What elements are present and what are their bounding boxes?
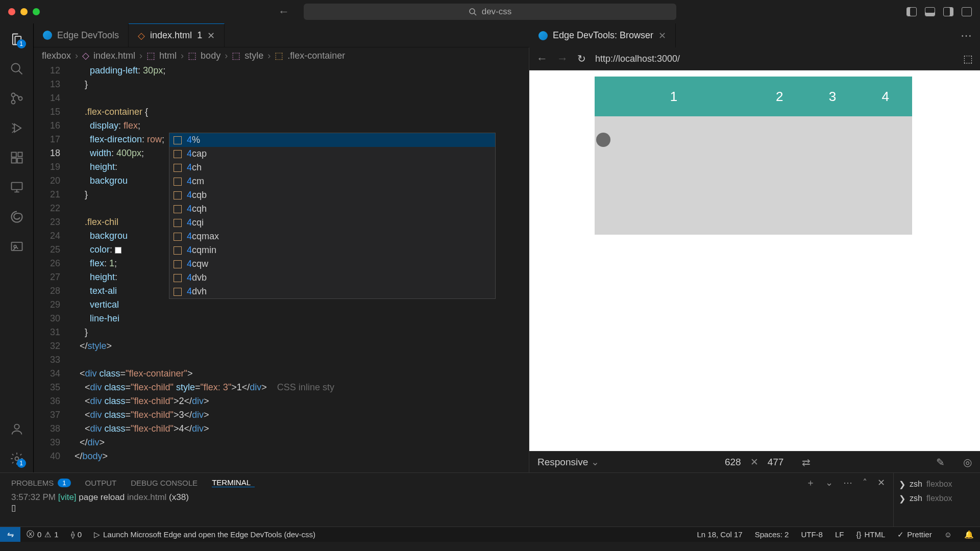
suggest-item[interactable]: 4cqmin [169,243,495,257]
value-icon [174,178,182,186]
html-file-icon: ◇ [138,30,145,41]
debug-icon[interactable] [9,120,24,136]
notifications-icon[interactable]: 🔔 [958,530,980,539]
terminal-content[interactable]: 3:57:32 PM [vite] page reload index.html… [0,492,893,527]
browser-viewport[interactable]: 1 2 3 4 [529,70,980,451]
feedback-icon[interactable]: ☺ [938,530,958,539]
edge-tools-icon[interactable] [9,209,24,224]
extensions-icon[interactable] [9,150,24,165]
eol[interactable]: LF [829,530,850,539]
panel-right-icon[interactable] [943,7,953,16]
suggest-item[interactable]: 4cqb [169,188,495,202]
customize-layout-icon[interactable] [962,7,972,16]
back-icon[interactable]: ← [278,5,289,18]
status-ports[interactable]: ⟠0 [65,530,88,539]
inspect-icon[interactable]: ⬚ [963,53,973,65]
html-icon: ◇ [82,50,89,61]
suggest-item[interactable]: 4cm [169,174,495,188]
panel-tab-problems[interactable]: PROBLEMS1 [11,479,71,487]
panel-bottom-icon[interactable] [925,7,935,16]
breadcrumb[interactable]: flexbox› ◇index.html› ⬚html› ⬚body› ⬚sty… [34,47,529,64]
minimize-window-icon[interactable] [20,8,28,15]
demo-cell: 1 [595,77,753,116]
live-preview-icon[interactable] [9,239,24,254]
suggest-item[interactable]: 4cqmax [169,230,495,243]
code-editor[interactable]: flexbox› ◇index.html› ⬚html› ⬚body› ⬚sty… [34,47,529,472]
value-icon [174,219,182,227]
code-content[interactable]: padding-left: 30px; } .flex-container { … [69,64,529,472]
bc-selector[interactable]: .flex-container [287,51,345,61]
terminal-entry[interactable]: ❯zshflexbox [899,491,975,506]
remote-button[interactable]: ⇋ [0,527,20,542]
tab-edge-devtools[interactable]: Edge DevTools [34,23,129,47]
source-control-icon[interactable] [9,91,24,106]
panel-tab-debug[interactable]: DEBUG CONSOLE [131,479,198,487]
launch-hint[interactable]: ▷Launch Microsoft Edge and open the Edge… [88,530,322,539]
language-mode[interactable]: {}HTML [850,530,891,539]
tab-browser[interactable]: Edge DevTools: Browser ✕ [529,23,676,47]
remote-explorer-icon[interactable] [9,180,24,195]
suggest-item[interactable]: 4cqi [169,216,495,230]
account-icon[interactable] [9,421,24,437]
close-icon[interactable]: ✕ [207,30,215,41]
suggest-item[interactable]: 4dvb [169,271,495,285]
suggest-item[interactable]: 4cap [169,147,495,161]
viewport-height[interactable]: 477 [768,457,784,468]
panel-tab-terminal[interactable]: TERMINAL [212,478,255,487]
svg-point-2 [11,64,19,72]
responsive-dropdown[interactable]: Responsive⌄ [537,456,599,468]
close-window-icon[interactable] [8,8,15,15]
demo-cell: 2 [753,77,806,116]
suggest-item[interactable]: 4ch [169,161,495,174]
search-activity-icon[interactable] [9,61,24,77]
suggest-item[interactable]: 4cqh [169,202,495,216]
maximize-window-icon[interactable] [33,8,40,15]
bc-style[interactable]: style [244,51,263,61]
browser-back-icon[interactable]: ← [536,52,548,65]
command-center[interactable]: dev-css [304,4,676,20]
encoding[interactable]: UTF-8 [795,530,829,539]
tab-modified-count: 1 [197,30,202,41]
suggest-item[interactable]: 4dvh [169,285,495,298]
screencast-edit-icon[interactable]: ✎ [936,456,945,468]
prettier-status[interactable]: ✓Prettier [891,530,938,539]
cursor-position[interactable]: Ln 18, Col 17 [691,530,748,539]
tab-index-html[interactable]: ◇ index.html 1 ✕ [129,23,225,47]
bc-file[interactable]: index.html [93,51,135,61]
status-problems[interactable]: ⓧ0⚠1 [20,530,65,539]
tab-label: index.html [150,30,192,41]
bc-folder[interactable]: flexbox [42,51,71,61]
suggest-item[interactable]: 4cqw [169,257,495,271]
rotate-icon[interactable]: ⇄ [802,456,811,468]
url-field[interactable]: http://localhost:3000/ [595,54,954,64]
times-icon: ✕ [750,456,758,468]
browser-pane: Edge DevTools: Browser ✕ ⋯ ← → ↻ http://… [529,47,980,472]
settings-gear-icon[interactable]: 1 [9,451,24,466]
window-controls [8,8,40,15]
close-panel-icon[interactable]: ✕ [877,477,885,488]
edge-icon [43,31,52,40]
explorer-icon[interactable]: 1 [9,32,24,47]
maximize-panel-icon[interactable]: ˄ [863,477,867,488]
bc-body[interactable]: body [201,51,220,61]
titlebar: ← → dev-css [0,0,980,23]
screencast-target-icon[interactable]: ◎ [963,456,972,468]
indentation[interactable]: Spaces: 2 [749,530,795,539]
more-actions-icon[interactable]: ⋯ [961,29,972,42]
panel-tab-output[interactable]: OUTPUT [85,479,117,487]
svg-rect-8 [11,158,16,163]
new-terminal-icon[interactable]: ＋ [806,477,815,489]
reload-icon[interactable]: ↻ [577,53,586,65]
close-icon[interactable]: ✕ [658,30,666,41]
autocomplete-popup[interactable]: 4% 4cap 4ch 4cm 4cqb 4cqh 4cqi 4cqmax 4c… [169,133,496,299]
terminal-entry[interactable]: ❯zshflexbox [899,477,975,491]
suggest-item[interactable]: 4% [169,133,495,147]
debug-icon: ▷ [94,530,100,539]
more-actions-icon[interactable]: ⋯ [843,477,852,488]
panel-left-icon[interactable] [906,7,917,16]
viewport-width[interactable]: 628 [725,457,741,468]
value-icon [174,164,182,172]
bc-html[interactable]: html [159,51,177,61]
terminal-list: ❯zshflexbox ❯zshflexbox [893,473,980,527]
terminal-dropdown-icon[interactable]: ⌄ [825,477,833,488]
